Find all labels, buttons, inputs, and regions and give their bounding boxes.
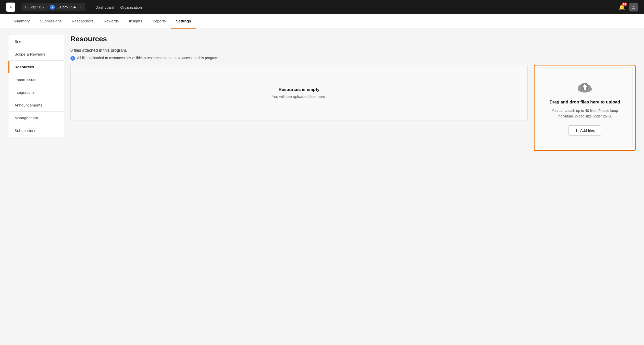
upload-dropzone-container[interactable]: Drag and drop files here to upload You c… <box>534 65 636 151</box>
user-avatar-button[interactable] <box>629 3 638 11</box>
page-layout: Brief Scope & Rewards Resources Import i… <box>0 29 644 345</box>
top-navbar: b E-Corp USA / ● E-Corp USA ▾ Dashboard … <box>0 0 644 14</box>
secondary-navbar: Summary Submissions Researchers Rewards … <box>0 14 644 29</box>
upload-title: Drag and drop files here to upload <box>550 100 620 105</box>
upload-desc: You can attach up to 40 files. Please ke… <box>545 108 624 119</box>
tab-researchers[interactable]: Researchers <box>67 14 98 29</box>
upload-dropzone[interactable]: Drag and drop files here to upload You c… <box>537 68 633 148</box>
chevron-down-icon: ▾ <box>80 5 82 9</box>
tab-insights[interactable]: Insights <box>124 14 147 29</box>
nav-dashboard[interactable]: Dashboard <box>95 5 114 9</box>
sidebar-item-announcements[interactable]: Announcements <box>8 99 64 112</box>
settings-sidebar: Brief Scope & Rewards Resources Import i… <box>8 35 64 137</box>
add-files-label: Add files <box>580 128 595 132</box>
notification-badge: 60 <box>622 3 627 6</box>
breadcrumb-dropdown[interactable]: E-Corp USA / ● E-Corp USA ▾ <box>21 3 85 11</box>
add-files-button[interactable]: ⬆ Add files <box>568 125 601 136</box>
content-area: Resources is empty You will see uploaded… <box>70 65 636 151</box>
upload-icon: ⬆ <box>575 128 578 133</box>
brand-logo[interactable]: b <box>6 3 15 12</box>
bc-icon: ● <box>50 5 55 10</box>
breadcrumb-current: ● E-Corp USA <box>50 5 76 10</box>
notifications-button[interactable]: 🔔 60 <box>619 4 625 10</box>
sidebar-item-integrations[interactable]: Integrations <box>8 86 64 99</box>
main-content: Resources 0 files attached in this progr… <box>70 35 636 340</box>
sidebar-item-brief[interactable]: Brief <box>8 35 64 48</box>
tab-rewards[interactable]: Rewards <box>98 14 124 29</box>
tab-submissions[interactable]: Submissions <box>35 14 67 29</box>
sidebar-item-manage-team[interactable]: Manage team <box>8 112 64 124</box>
info-text: All files uploaded to resources are visi… <box>77 56 219 60</box>
empty-subtitle: You will see uploaded files here. <box>272 94 326 99</box>
nav-organization[interactable]: Organization <box>120 5 142 9</box>
page-title: Resources <box>70 35 636 43</box>
svg-text:b: b <box>10 6 11 9</box>
sidebar-item-scope-rewards[interactable]: Scope & Rewards <box>8 48 64 61</box>
tab-settings[interactable]: Settings <box>171 14 196 29</box>
sidebar-item-resources[interactable]: Resources <box>8 61 64 73</box>
sidebar-item-import-issues[interactable]: Import issues <box>8 73 64 86</box>
svg-point-3 <box>633 6 635 7</box>
sidebar-item-submissions[interactable]: Submissions <box>8 124 64 137</box>
top-nav-links: Dashboard Organization <box>95 5 142 9</box>
resources-empty-box: Resources is empty You will see uploaded… <box>70 65 528 121</box>
info-banner: i All files uploaded to resources are vi… <box>70 56 636 61</box>
upload-cloud-icon <box>577 80 593 96</box>
info-icon: i <box>70 56 75 61</box>
breadcrumb-parent: E-Corp USA <box>25 5 45 9</box>
empty-title: Resources is empty <box>279 87 320 92</box>
tab-reports[interactable]: Reports <box>147 14 171 29</box>
files-count: 0 files attached in this program. <box>70 48 636 53</box>
breadcrumb-separator: / <box>47 5 48 9</box>
top-nav-right: 🔔 60 <box>619 3 638 11</box>
tab-summary[interactable]: Summary <box>8 14 35 29</box>
